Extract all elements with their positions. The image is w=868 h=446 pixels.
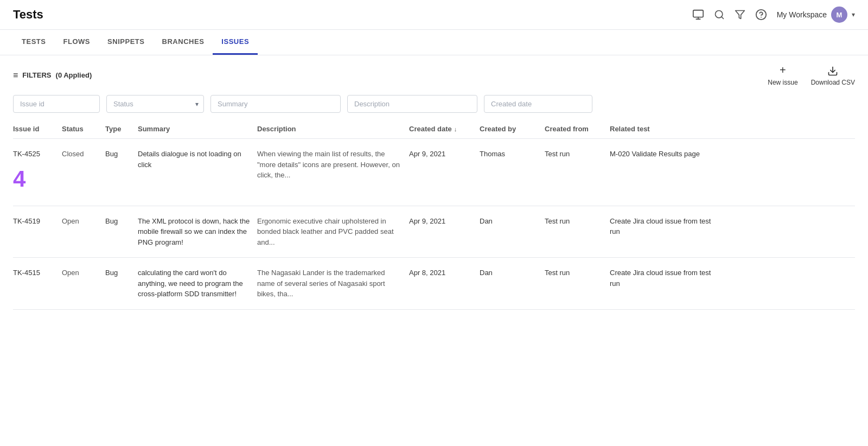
svg-rect-0 (693, 10, 703, 17)
monitor-icon[interactable] (692, 9, 704, 21)
cell-status-2: Open (62, 267, 105, 278)
col-created-by: Created by (480, 125, 545, 133)
col-status: Status (62, 125, 105, 133)
new-issue-button[interactable]: + New issue (768, 64, 797, 86)
cell-issue-id-0: TK-4525 4 (13, 149, 62, 196)
status-select[interactable]: Status Open Closed (106, 95, 204, 113)
cell-issue-id-1: TK-4519 (13, 216, 62, 227)
cell-summary-1: The XML protocol is down, hack the mobil… (138, 216, 257, 248)
toolbar: ≡ FILTERS (0 Applied) + New issue Downlo… (0, 55, 868, 95)
workspace-text: My Workspace (777, 10, 827, 19)
description-input[interactable] (347, 95, 477, 113)
dropdown-icon: ▾ (852, 11, 855, 18)
cell-status-0: Closed (62, 149, 105, 160)
cell-date-0: Apr 9, 2021 (409, 149, 480, 160)
filter-icon[interactable] (735, 9, 745, 20)
toolbar-actions: + New issue Download CSV (768, 64, 855, 86)
created-date-input[interactable] (484, 95, 592, 113)
table-row[interactable]: TK-4525 4 Closed Bug Details dialogue is… (13, 139, 855, 206)
cell-date-1: Apr 9, 2021 (409, 216, 480, 227)
cell-created-from-2: Test run (545, 267, 610, 278)
tab-snippets[interactable]: SNIPPETS (99, 30, 153, 55)
col-type: Type (105, 125, 138, 133)
svg-marker-5 (735, 11, 744, 19)
cell-type-2: Bug (105, 267, 138, 278)
sort-arrow-icon: ↓ (454, 126, 457, 132)
tab-issues[interactable]: ISSUES (213, 30, 258, 55)
header: Tests My Workspace M ▾ (0, 0, 868, 30)
col-created-from: Created from (545, 125, 610, 133)
search-icon[interactable] (714, 9, 725, 20)
col-created-date[interactable]: Created date ↓ (409, 125, 480, 133)
cell-created-by-0: Thomas (480, 149, 545, 160)
cell-related-test-0: M-020 Validate Results page (610, 149, 718, 160)
cell-description-2: The Nagasaki Lander is the trademarked n… (257, 267, 409, 300)
table-row[interactable]: TK-4515 Open Bug calculating the card wo… (13, 258, 855, 310)
col-description: Description (257, 125, 409, 133)
tab-tests[interactable]: TESTS (13, 30, 55, 55)
cell-summary-0: Details dialogue is not loading on click (138, 149, 257, 170)
cell-related-test-2: Create Jira cloud issue from test run (610, 267, 718, 289)
header-right: My Workspace M ▾ (692, 7, 855, 23)
summary-input[interactable] (210, 95, 341, 113)
tab-branches[interactable]: BRANCHES (154, 30, 213, 55)
cell-created-from-1: Test run (545, 216, 610, 227)
filters-label[interactable]: ≡ FILTERS (0 Applied) (13, 71, 92, 80)
filters-text: FILTERS (22, 71, 51, 79)
status-filter-wrapper: Status Open Closed (106, 95, 204, 113)
tab-flows[interactable]: FLOWS (55, 30, 99, 55)
col-issue-id: Issue id (13, 125, 62, 133)
download-icon (827, 64, 838, 77)
cell-description-0: When viewing the main list of results, t… (257, 149, 409, 181)
new-issue-label: New issue (768, 79, 797, 86)
cell-date-2: Apr 8, 2021 (409, 267, 480, 278)
col-summary: Summary (138, 125, 257, 133)
avatar: M (831, 7, 847, 23)
cell-related-test-1: Create Jira cloud issue from test run (610, 216, 718, 237)
download-csv-label: Download CSV (811, 79, 855, 86)
nav-tabs: TESTS FLOWS SNIPPETS BRANCHES ISSUES (0, 30, 868, 55)
filters-count: (0 Applied) (56, 71, 92, 79)
table-row[interactable]: TK-4519 Open Bug The XML protocol is dow… (13, 206, 855, 258)
col-related-test: Related test (610, 125, 718, 133)
table-header: Issue id Status Type Summary Description… (13, 119, 855, 139)
plus-icon: + (780, 64, 786, 77)
cell-issue-id-2: TK-4515 (13, 267, 62, 278)
svg-line-4 (722, 17, 724, 19)
cell-created-by-2: Dan (480, 267, 545, 278)
cell-summary-2: calculating the card won't do anything, … (138, 267, 257, 300)
issue-id-input[interactable] (13, 95, 100, 113)
cell-status-1: Open (62, 216, 105, 227)
download-csv-button[interactable]: Download CSV (811, 64, 855, 86)
cell-type-0: Bug (105, 149, 138, 160)
cell-created-from-0: Test run (545, 149, 610, 160)
cell-type-1: Bug (105, 216, 138, 227)
page-title: Tests (13, 8, 43, 22)
workspace-label[interactable]: My Workspace M ▾ (777, 7, 855, 23)
help-icon[interactable] (755, 9, 767, 21)
cell-description-1: Ergonomic executive chair upholstered in… (257, 216, 409, 248)
filter-row: Status Open Closed (0, 95, 868, 119)
table-container: Issue id Status Type Summary Description… (0, 119, 868, 310)
cell-created-by-1: Dan (480, 216, 545, 227)
filter-lines-icon: ≡ (13, 71, 18, 80)
